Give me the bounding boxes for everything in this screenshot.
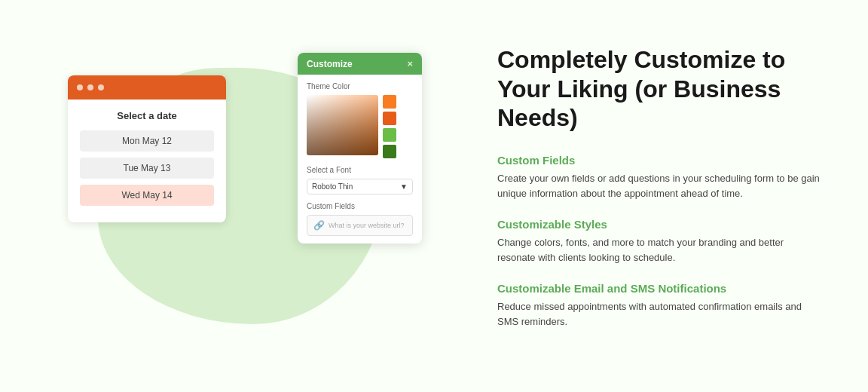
date-picker-widget: Select a date Mon May 12 Tue May 13 Wed …: [68, 75, 226, 222]
date-picker-title: Select a date: [80, 110, 214, 121]
customize-title: Customize: [307, 59, 353, 69]
custom-field-placeholder-text: What is your website url?: [329, 222, 405, 229]
dot-2: [87, 84, 93, 90]
custom-fields-label: Custom Fields: [307, 202, 413, 210]
feature-email-sms: Customizable Email and SMS Notifications…: [497, 282, 823, 329]
feature-desc-1: Create your own fields or add questions …: [497, 171, 823, 201]
font-section: Select a Font Roboto Thin ▼: [307, 166, 413, 194]
right-panel: Completely Customize to Your Liking (or …: [482, 45, 823, 346]
dot-1: [77, 84, 83, 90]
font-select-dropdown[interactable]: Roboto Thin ▼: [307, 179, 413, 194]
feature-custom-fields: Custom Fields Create your own fields or …: [497, 154, 823, 201]
feature-desc-2: Change colors, fonts, and more to match …: [497, 235, 823, 265]
dot-3: [98, 84, 104, 90]
color-gradient-picker[interactable]: [307, 95, 378, 155]
swatch-3[interactable]: [383, 128, 396, 142]
feature-customizable-styles: Customizable Styles Change colors, fonts…: [497, 218, 823, 265]
customize-body: Theme Color Select a Font Roboto Thin ▼: [298, 75, 422, 243]
swatch-4[interactable]: [383, 145, 396, 158]
main-container: Select a date Mon May 12 Tue May 13 Wed …: [0, 0, 868, 392]
feature-title-1: Custom Fields: [497, 154, 823, 167]
swatch-1[interactable]: [383, 95, 396, 109]
font-value: Roboto Thin: [312, 182, 353, 191]
custom-field-input[interactable]: 🔗 What is your website url?: [307, 215, 413, 236]
left-panel: Select a date Mon May 12 Tue May 13 Wed …: [45, 30, 437, 362]
swatch-2[interactable]: [383, 112, 396, 125]
date-row-2[interactable]: Tue May 13: [80, 158, 214, 179]
feature-title-3: Customizable Email and SMS Notifications: [497, 282, 823, 295]
color-swatches: [383, 95, 396, 158]
date-row-1[interactable]: Mon May 12: [80, 130, 214, 152]
theme-color-label: Theme Color: [307, 82, 413, 90]
feature-title-2: Customizable Styles: [497, 218, 823, 231]
customize-header: Customize ×: [298, 53, 422, 75]
custom-fields-section: Custom Fields 🔗 What is your website url…: [307, 202, 413, 236]
customize-widget: Customize × Theme Color Select a Font: [298, 53, 422, 243]
date-picker-header: [68, 75, 226, 100]
date-row-3[interactable]: Wed May 14: [80, 185, 214, 206]
main-title: Completely Customize to Your Liking (or …: [497, 45, 823, 132]
date-picker-body: Select a date Mon May 12 Tue May 13 Wed …: [68, 100, 226, 222]
feature-desc-3: Reduce missed appointments with automate…: [497, 299, 823, 329]
link-icon: 🔗: [313, 220, 325, 231]
chevron-down-icon: ▼: [400, 182, 408, 191]
font-label: Select a Font: [307, 166, 413, 174]
color-section: [307, 95, 413, 158]
customize-close-button[interactable]: ×: [407, 58, 413, 69]
